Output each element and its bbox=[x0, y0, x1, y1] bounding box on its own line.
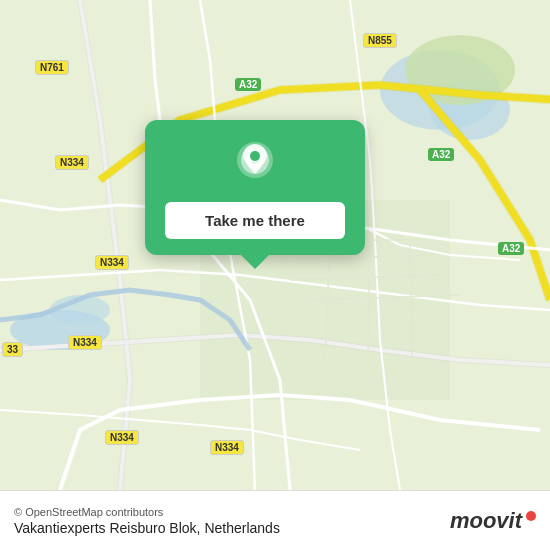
popup-card: Take me there bbox=[145, 120, 365, 255]
road-label-n334-3: N334 bbox=[68, 335, 102, 350]
place-name: Vakantiexperts Reisburo Blok, Netherland… bbox=[14, 520, 280, 536]
road-label-a32-3: A32 bbox=[498, 242, 524, 255]
road-label-33: 33 bbox=[2, 342, 23, 357]
bottom-left-info: © OpenStreetMap contributors Vakantiexpe… bbox=[14, 506, 280, 536]
osm-credit: © OpenStreetMap contributors bbox=[14, 506, 280, 518]
road-label-n334-1: N334 bbox=[55, 155, 89, 170]
bottom-bar: © OpenStreetMap contributors Vakantiexpe… bbox=[0, 490, 550, 550]
road-label-a32-2: A32 bbox=[428, 148, 454, 161]
location-pin-icon bbox=[228, 138, 282, 192]
moovit-logo: moovit bbox=[450, 508, 536, 534]
take-me-there-button[interactable]: Take me there bbox=[165, 202, 345, 239]
moovit-dot bbox=[526, 511, 536, 521]
map-container[interactable]: N761 N334 N334 N334 N334 N334 A32 A32 A3… bbox=[0, 0, 550, 490]
moovit-logo-text: moovit bbox=[450, 508, 522, 534]
road-label-n855: N855 bbox=[363, 33, 397, 48]
svg-point-18 bbox=[250, 151, 260, 161]
road-label-n334-5: N334 bbox=[210, 440, 244, 455]
road-label-a32-1: A32 bbox=[235, 78, 261, 91]
road-label-n334-2: N334 bbox=[95, 255, 129, 270]
road-label-n334-4: N334 bbox=[105, 430, 139, 445]
road-label-n761: N761 bbox=[35, 60, 69, 75]
